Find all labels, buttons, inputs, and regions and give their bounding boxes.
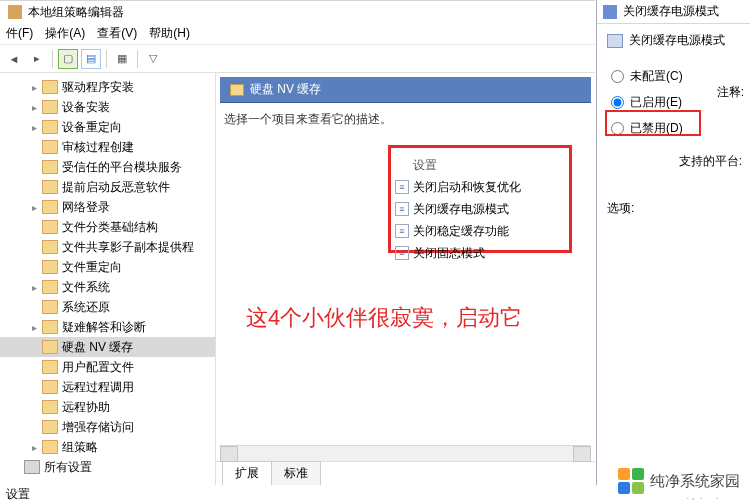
tree-item[interactable]: ▸文件系统 [0,277,215,297]
enabled-highlight [605,110,701,136]
watermark: 纯净系统家园 [618,468,740,494]
policy-icon: ≡ [395,180,409,194]
up-button[interactable]: ▢ [58,49,78,69]
tree-item[interactable]: 文件重定向 [0,257,215,277]
watermark-text: 纯净系统家园 [650,472,740,491]
props-button[interactable]: ▤ [81,49,101,69]
policy-icon: ≡ [395,224,409,238]
details-header: 硬盘 NV 缓存 [220,77,591,103]
policy-icon: ≡ [395,246,409,260]
details-panel: 硬盘 NV 缓存 选择一个项目来查看它的描述。 设置 ≡关闭启动和恢复优化 ≡关… [216,73,595,485]
setting-dialog: 关闭缓存电源模式 关闭缓存电源模式 注释: 未配置(C) 已启用(E) 已禁用(… [596,0,750,485]
tree-item[interactable]: ▸设备重定向 [0,117,215,137]
folder-icon [230,84,244,96]
export-button[interactable]: ▦ [112,49,132,69]
setting-item[interactable]: ≡关闭固态模式 [395,242,565,264]
menu-bar: 件(F) 操作(A) 查看(V) 帮助(H) [0,23,595,45]
platform-label: 支持的平台: [597,143,750,172]
window-title: 本地组策略编辑器 [28,4,124,21]
toolbar: ◄ ▸ ▢ ▤ ▦ ▽ [0,45,595,73]
forward-button[interactable]: ▸ [27,49,47,69]
tree-panel: ▸驱动程序安装 ▸设备安装 ▸设备重定向 审核过程创建 受信任的平台模块服务 提… [0,73,216,485]
column-header[interactable]: 设置 [395,154,565,176]
status-bar: 设置 [0,486,36,500]
tree-item[interactable]: 远程协助 [0,397,215,417]
menu-file[interactable]: 件(F) [6,25,33,42]
settings-list-highlight: 设置 ≡关闭启动和恢复优化 ≡关闭缓存电源模式 ≡关闭稳定缓存功能 ≡关闭固态模… [388,145,572,253]
watermark-logo [618,468,644,494]
tree-item[interactable]: 文件分类基础结构 [0,217,215,237]
menu-action[interactable]: 操作(A) [45,25,85,42]
setting-item[interactable]: ≡关闭稳定缓存功能 [395,220,565,242]
dialog-title-bar: 关闭缓存电源模式 [597,0,750,24]
tab-extended[interactable]: 扩展 [222,461,272,485]
horizontal-scrollbar[interactable] [220,445,591,461]
back-button[interactable]: ◄ [4,49,24,69]
window-title-bar: 本地组策略编辑器 [0,1,595,23]
view-tabs: 扩展 标准 [216,461,595,485]
tree-item[interactable]: 用户配置文件 [0,357,215,377]
app-icon [8,5,22,19]
tree-item[interactable]: ▸组策略 [0,437,215,457]
options-label: 选项: [597,172,750,217]
policy-icon: ≡ [395,202,409,216]
tree-item[interactable]: ▸设备安装 [0,97,215,117]
tree-item-selected[interactable]: 硬盘 NV 缓存 [0,337,215,357]
tree-item[interactable]: 远程过程调用 [0,377,215,397]
tree-all-settings[interactable]: 所有设置 [0,457,215,477]
dialog-subtitle: 关闭缓存电源模式 [597,24,750,57]
setting-item[interactable]: ≡关闭缓存电源模式 [395,198,565,220]
setting-item[interactable]: ≡关闭启动和恢复优化 [395,176,565,198]
tree-item[interactable]: ▸驱动程序安装 [0,77,215,97]
tab-standard[interactable]: 标准 [271,461,321,485]
tree-item[interactable]: ▸网络登录 [0,197,215,217]
policy-icon [607,34,623,48]
tree-item[interactable]: 受信任的平台模块服务 [0,157,215,177]
filter-icon[interactable]: ▽ [143,49,163,69]
dialog-icon [603,5,617,19]
tree-item[interactable]: 审核过程创建 [0,137,215,157]
annotation-text: 这4个小伙伴很寂寞，启动它 [246,303,522,333]
menu-view[interactable]: 查看(V) [97,25,137,42]
description-text: 选择一个项目来查看它的描述。 [224,111,587,128]
note-label: 注释: [717,84,744,101]
tree-item[interactable]: 系统还原 [0,297,215,317]
tree-item[interactable]: 文件共享影子副本提供程 [0,237,215,257]
tree-item[interactable]: ▸疑难解答和诊断 [0,317,215,337]
tree-item[interactable]: 提前启动反恶意软件 [0,177,215,197]
tree-item[interactable]: 增强存储访问 [0,417,215,437]
menu-help[interactable]: 帮助(H) [149,25,190,42]
